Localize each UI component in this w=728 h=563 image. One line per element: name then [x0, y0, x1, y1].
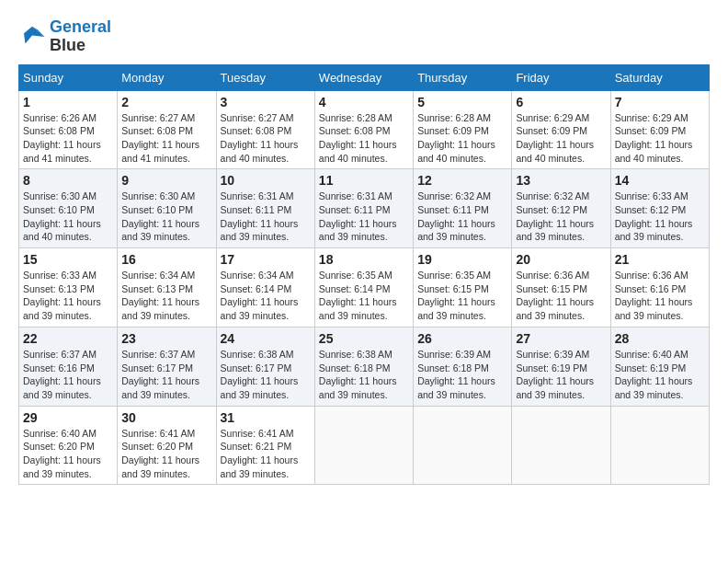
day-info: Sunrise: 6:41 AM Sunset: 6:21 PM Dayligh… — [221, 427, 311, 481]
day-number: 16 — [121, 252, 211, 267]
calendar-cell: 22 Sunrise: 6:37 AM Sunset: 6:16 PM Dayl… — [19, 327, 118, 406]
calendar-cell — [414, 406, 512, 485]
calendar-cell: 5 Sunrise: 6:28 AM Sunset: 6:09 PM Dayli… — [414, 90, 512, 169]
day-number: 25 — [319, 331, 409, 346]
logo-icon — [18, 23, 46, 51]
day-number: 10 — [221, 173, 311, 188]
calendar-header-row: SundayMondayTuesdayWednesdayThursdayFrid… — [19, 64, 710, 90]
day-info: Sunrise: 6:35 AM Sunset: 6:15 PM Dayligh… — [417, 269, 507, 323]
day-number: 7 — [615, 95, 705, 109]
day-number: 14 — [615, 173, 705, 188]
calendar-cell: 24 Sunrise: 6:38 AM Sunset: 6:17 PM Dayl… — [216, 327, 314, 406]
day-number: 1 — [23, 95, 113, 109]
day-number: 26 — [417, 331, 507, 346]
day-number: 3 — [221, 95, 311, 109]
day-info: Sunrise: 6:34 AM Sunset: 6:13 PM Dayligh… — [121, 269, 211, 323]
day-number: 17 — [221, 252, 311, 267]
day-info: Sunrise: 6:39 AM Sunset: 6:19 PM Dayligh… — [516, 348, 606, 402]
calendar-cell: 31 Sunrise: 6:41 AM Sunset: 6:21 PM Dayl… — [216, 406, 314, 485]
header-tuesday: Tuesday — [216, 64, 314, 90]
day-number: 28 — [615, 331, 705, 346]
day-info: Sunrise: 6:27 AM Sunset: 6:08 PM Dayligh… — [221, 111, 311, 166]
day-info: Sunrise: 6:37 AM Sunset: 6:17 PM Dayligh… — [121, 348, 211, 402]
day-number: 4 — [319, 95, 409, 109]
calendar-cell: 4 Sunrise: 6:28 AM Sunset: 6:08 PM Dayli… — [314, 90, 413, 169]
day-info: Sunrise: 6:32 AM Sunset: 6:11 PM Dayligh… — [417, 190, 507, 244]
calendar-cell: 19 Sunrise: 6:35 AM Sunset: 6:15 PM Dayl… — [414, 248, 512, 327]
day-number: 22 — [23, 331, 113, 346]
header-sunday: Sunday — [19, 64, 118, 90]
day-info: Sunrise: 6:29 AM Sunset: 6:09 PM Dayligh… — [615, 111, 705, 166]
day-info: Sunrise: 6:32 AM Sunset: 6:12 PM Dayligh… — [516, 190, 606, 244]
day-info: Sunrise: 6:27 AM Sunset: 6:08 PM Dayligh… — [121, 111, 211, 166]
day-number: 5 — [417, 95, 507, 109]
day-number: 18 — [319, 252, 409, 267]
header-friday: Friday — [512, 64, 610, 90]
day-number: 6 — [516, 95, 606, 109]
day-info: Sunrise: 6:34 AM Sunset: 6:14 PM Dayligh… — [221, 269, 311, 323]
day-number: 31 — [221, 410, 311, 425]
calendar-cell: 23 Sunrise: 6:37 AM Sunset: 6:17 PM Dayl… — [118, 327, 216, 406]
day-info: Sunrise: 6:38 AM Sunset: 6:17 PM Dayligh… — [221, 348, 311, 402]
calendar-cell: 11 Sunrise: 6:31 AM Sunset: 6:11 PM Dayl… — [314, 169, 413, 248]
calendar-cell: 29 Sunrise: 6:40 AM Sunset: 6:20 PM Dayl… — [19, 406, 118, 485]
day-number: 2 — [121, 95, 211, 109]
calendar-cell: 9 Sunrise: 6:30 AM Sunset: 6:10 PM Dayli… — [118, 169, 216, 248]
calendar-cell: 12 Sunrise: 6:32 AM Sunset: 6:11 PM Dayl… — [414, 169, 512, 248]
logo-text: GeneralBlue — [50, 18, 111, 55]
day-info: Sunrise: 6:39 AM Sunset: 6:18 PM Dayligh… — [417, 348, 507, 402]
day-info: Sunrise: 6:41 AM Sunset: 6:20 PM Dayligh… — [121, 427, 211, 481]
header-saturday: Saturday — [610, 64, 709, 90]
calendar-cell: 7 Sunrise: 6:29 AM Sunset: 6:09 PM Dayli… — [610, 90, 709, 169]
logo: GeneralBlue — [18, 18, 111, 55]
day-number: 23 — [121, 331, 211, 346]
day-info: Sunrise: 6:33 AM Sunset: 6:12 PM Dayligh… — [615, 190, 705, 244]
header-thursday: Thursday — [414, 64, 512, 90]
day-info: Sunrise: 6:36 AM Sunset: 6:15 PM Dayligh… — [516, 269, 606, 323]
day-info: Sunrise: 6:26 AM Sunset: 6:08 PM Dayligh… — [23, 111, 113, 166]
calendar-cell: 18 Sunrise: 6:35 AM Sunset: 6:14 PM Dayl… — [314, 248, 413, 327]
calendar-week-5: 29 Sunrise: 6:40 AM Sunset: 6:20 PM Dayl… — [19, 406, 710, 485]
calendar-week-2: 8 Sunrise: 6:30 AM Sunset: 6:10 PM Dayli… — [19, 169, 710, 248]
day-info: Sunrise: 6:37 AM Sunset: 6:16 PM Dayligh… — [23, 348, 113, 402]
header-wednesday: Wednesday — [314, 64, 413, 90]
calendar-cell: 25 Sunrise: 6:38 AM Sunset: 6:18 PM Dayl… — [314, 327, 413, 406]
calendar-cell: 26 Sunrise: 6:39 AM Sunset: 6:18 PM Dayl… — [414, 327, 512, 406]
day-number: 19 — [417, 252, 507, 267]
calendar-cell: 15 Sunrise: 6:33 AM Sunset: 6:13 PM Dayl… — [19, 248, 118, 327]
day-number: 8 — [23, 173, 113, 188]
svg-marker-0 — [24, 27, 45, 44]
calendar-cell: 13 Sunrise: 6:32 AM Sunset: 6:12 PM Dayl… — [512, 169, 610, 248]
day-number: 21 — [615, 252, 705, 267]
day-number: 9 — [121, 173, 211, 188]
day-info: Sunrise: 6:40 AM Sunset: 6:19 PM Dayligh… — [615, 348, 705, 402]
day-info: Sunrise: 6:28 AM Sunset: 6:09 PM Dayligh… — [417, 111, 507, 166]
day-number: 24 — [221, 331, 311, 346]
page-header: GeneralBlue — [18, 18, 710, 55]
calendar-cell: 1 Sunrise: 6:26 AM Sunset: 6:08 PM Dayli… — [19, 90, 118, 169]
calendar-cell: 17 Sunrise: 6:34 AM Sunset: 6:14 PM Dayl… — [216, 248, 314, 327]
day-info: Sunrise: 6:31 AM Sunset: 6:11 PM Dayligh… — [319, 190, 409, 244]
calendar-week-1: 1 Sunrise: 6:26 AM Sunset: 6:08 PM Dayli… — [19, 90, 710, 169]
day-number: 20 — [516, 252, 606, 267]
calendar-cell: 14 Sunrise: 6:33 AM Sunset: 6:12 PM Dayl… — [610, 169, 709, 248]
day-number: 11 — [319, 173, 409, 188]
day-info: Sunrise: 6:30 AM Sunset: 6:10 PM Dayligh… — [23, 190, 113, 244]
day-info: Sunrise: 6:30 AM Sunset: 6:10 PM Dayligh… — [121, 190, 211, 244]
calendar-cell: 3 Sunrise: 6:27 AM Sunset: 6:08 PM Dayli… — [216, 90, 314, 169]
day-info: Sunrise: 6:33 AM Sunset: 6:13 PM Dayligh… — [23, 269, 113, 323]
calendar-cell: 20 Sunrise: 6:36 AM Sunset: 6:15 PM Dayl… — [512, 248, 610, 327]
calendar-cell — [512, 406, 610, 485]
day-info: Sunrise: 6:40 AM Sunset: 6:20 PM Dayligh… — [23, 427, 113, 481]
day-number: 12 — [417, 173, 507, 188]
day-number: 13 — [516, 173, 606, 188]
day-info: Sunrise: 6:36 AM Sunset: 6:16 PM Dayligh… — [615, 269, 705, 323]
day-info: Sunrise: 6:29 AM Sunset: 6:09 PM Dayligh… — [516, 111, 606, 166]
calendar-table: SundayMondayTuesdayWednesdayThursdayFrid… — [18, 64, 710, 486]
day-number: 15 — [23, 252, 113, 267]
day-number: 30 — [121, 410, 211, 425]
calendar-week-3: 15 Sunrise: 6:33 AM Sunset: 6:13 PM Dayl… — [19, 248, 710, 327]
day-info: Sunrise: 6:28 AM Sunset: 6:08 PM Dayligh… — [319, 111, 409, 166]
calendar-cell: 8 Sunrise: 6:30 AM Sunset: 6:10 PM Dayli… — [19, 169, 118, 248]
day-number: 29 — [23, 410, 113, 425]
